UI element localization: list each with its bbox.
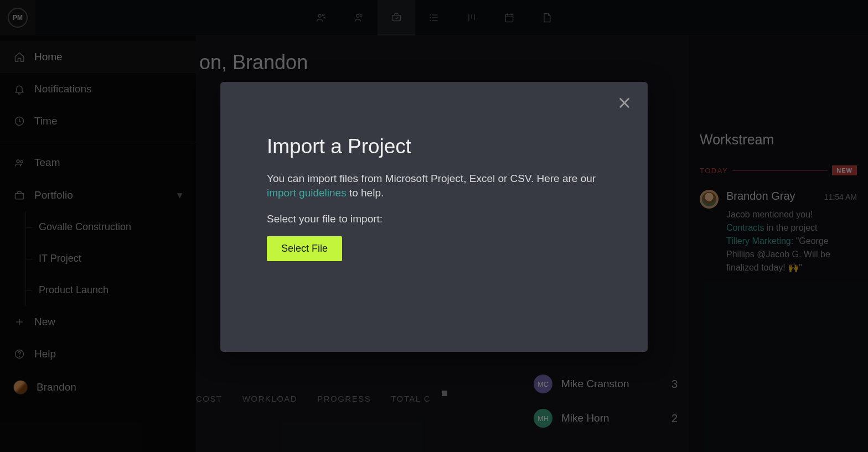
import-modal: Import a Project You can import files fr…: [220, 82, 648, 352]
guidelines-link[interactable]: import guidelines: [267, 187, 347, 199]
modal-overlay: Import a Project You can import files fr…: [0, 0, 868, 452]
select-file-button[interactable]: Select File: [267, 236, 342, 261]
modal-description: You can import files from Microsoft Proj…: [267, 172, 601, 200]
modal-subtext: Select your file to import:: [267, 213, 601, 225]
close-icon[interactable]: [617, 95, 632, 111]
modal-title: Import a Project: [267, 135, 601, 158]
